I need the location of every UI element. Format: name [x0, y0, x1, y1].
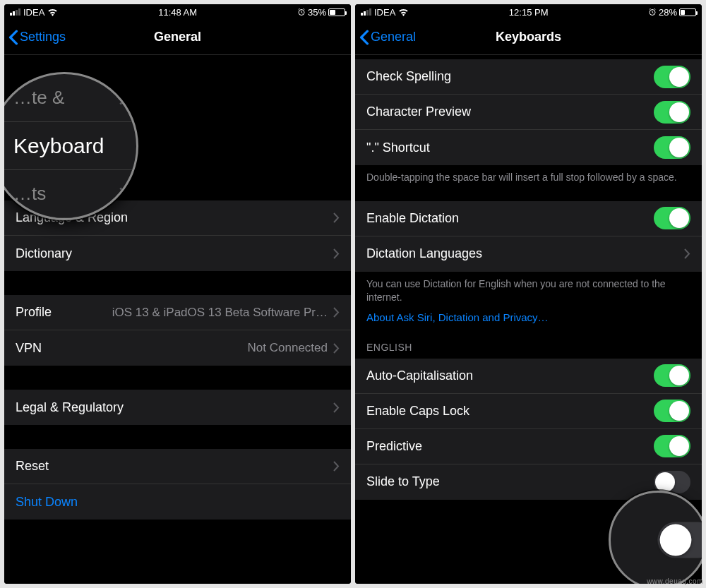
battery-pct: 28% [659, 7, 677, 18]
toggle-auto-capitalisation[interactable] [654, 364, 690, 387]
carrier-label: IDEA [374, 7, 395, 18]
watermark: www.deuaq.com [647, 577, 703, 585]
toggle-check-spelling[interactable] [654, 66, 690, 88]
chevron-right-icon [333, 248, 340, 259]
wifi-icon [47, 8, 58, 16]
status-bar: IDEA 11:48 AM 35% [4, 4, 351, 20]
zoom-row-keyboard[interactable]: Keyboard [4, 122, 136, 170]
row-period-shortcut[interactable]: "." Shortcut [355, 130, 702, 165]
clock-label: 12:15 PM [509, 7, 549, 18]
toggle-enable-caps-lock[interactable] [654, 400, 690, 422]
chevron-left-icon [8, 30, 18, 45]
row-check-spelling[interactable]: Check Spelling [355, 59, 702, 95]
back-button[interactable]: General [359, 20, 416, 54]
toggle-slide-to-type-zoomed[interactable] [657, 522, 702, 558]
row-legal[interactable]: Legal & Regulatory [4, 390, 351, 425]
battery-pct: 35% [308, 7, 326, 18]
row-enable-caps-lock[interactable]: Enable Caps Lock [355, 394, 702, 429]
signal-icon [10, 8, 20, 16]
toggle-enable-dictation[interactable] [654, 207, 690, 229]
clock-label: 11:48 AM [158, 7, 197, 18]
chevron-right-icon [333, 402, 340, 413]
chevron-right-icon [333, 461, 340, 472]
row-predictive[interactable]: Predictive [355, 429, 702, 464]
page-title: Keyboards [496, 30, 561, 44]
zoom-lens-slide-toggle [609, 491, 702, 584]
row-dictation-languages[interactable]: Dictation Languages [355, 236, 702, 272]
battery-icon [328, 8, 345, 16]
alarm-icon [648, 8, 657, 16]
nav-header: General Keyboards [355, 20, 702, 55]
toggle-predictive[interactable] [654, 435, 690, 457]
status-bar: IDEA 12:15 PM 28% [355, 4, 702, 20]
back-button[interactable]: Settings [8, 20, 66, 54]
chevron-right-icon [684, 248, 690, 259]
nav-header: Settings General [4, 20, 351, 55]
row-shutdown[interactable]: Shut Down [4, 484, 351, 520]
row-auto-capitalisation[interactable]: Auto-Capitalisation [355, 359, 702, 394]
phone-keyboards: IDEA 12:15 PM 28% General Keyboards Chec… [355, 4, 702, 584]
back-label: General [371, 30, 416, 44]
toggle-slide-to-type[interactable] [654, 471, 690, 493]
back-label: Settings [20, 30, 66, 44]
row-character-preview[interactable]: Character Preview [355, 95, 702, 130]
toggle-character-preview[interactable] [654, 101, 690, 124]
toggle-period-shortcut[interactable] [654, 136, 690, 159]
carrier-label: IDEA [23, 7, 44, 18]
row-reset[interactable]: Reset [4, 449, 351, 484]
profile-value: iOS 13 & iPadOS 13 Beta Software Pr… [52, 306, 328, 320]
section-english-header: ENGLISH [355, 329, 702, 359]
wifi-icon [398, 8, 409, 16]
footer-shortcut: Double-tapping the space bar will insert… [355, 165, 702, 188]
row-vpn[interactable]: VPN Not Connected [4, 330, 351, 366]
battery-icon [679, 8, 696, 16]
link-siri-privacy[interactable]: About Ask Siri, Dictation and Privacy… [355, 308, 702, 329]
row-profile[interactable]: Profile iOS 13 & iPadOS 13 Beta Software… [4, 295, 351, 330]
alarm-icon [297, 8, 306, 16]
row-dictionary[interactable]: Dictionary [4, 236, 351, 271]
signal-icon [361, 8, 371, 16]
phone-general: IDEA 11:48 AM 35% Settings General Langu… [4, 4, 351, 584]
chevron-right-icon [333, 343, 340, 354]
footer-dictation: You can use Dictation for English when y… [355, 272, 702, 308]
chevron-left-icon [359, 30, 369, 45]
chevron-right-icon [333, 212, 340, 223]
row-enable-dictation[interactable]: Enable Dictation [355, 201, 702, 236]
chevron-right-icon [333, 307, 340, 318]
page-title: General [154, 30, 201, 44]
vpn-value: Not Connected [42, 341, 328, 355]
